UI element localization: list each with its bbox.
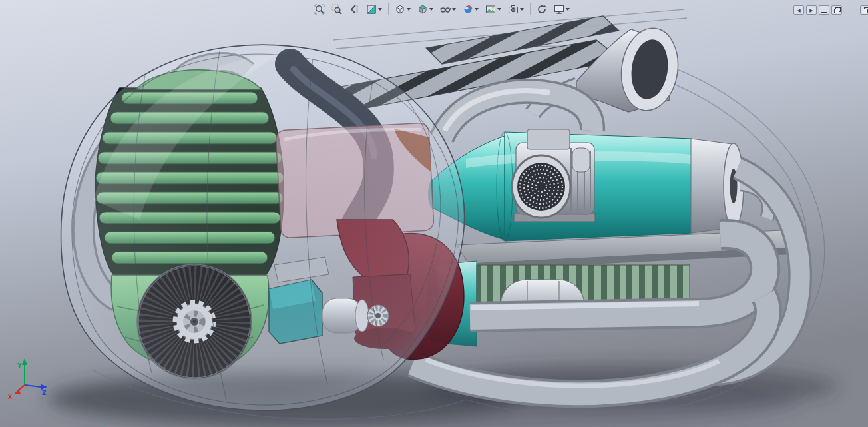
zoom-to-fit-button[interactable] — [312, 1, 327, 17]
z-axis-label: Z — [42, 390, 47, 396]
hide-show-items-button[interactable] — [437, 1, 459, 17]
restore-document-icon — [863, 7, 868, 13]
dropdown-arrow-icon — [475, 8, 479, 11]
rotate-view-icon — [537, 4, 547, 15]
apply-scene-icon — [485, 4, 496, 15]
electric-motor[interactable] — [512, 129, 595, 222]
full-screen-button[interactable] — [551, 1, 572, 17]
collapse-pane-left-icon: ◀ — [797, 8, 800, 13]
previous-view-button[interactable] — [346, 1, 362, 17]
zoom-to-fit-icon — [314, 4, 325, 15]
minimize-window-button[interactable] — [819, 5, 829, 15]
section-view-button[interactable] — [363, 1, 385, 17]
toolbar-separator — [388, 3, 389, 15]
restore-document-button[interactable] — [860, 5, 868, 15]
solidworks-viewport[interactable]: Y Z X ◀▶ — [0, 0, 868, 427]
x-axis-label: X — [8, 394, 13, 400]
dropdown-arrow-icon — [378, 8, 382, 11]
restore-window-button[interactable] — [831, 5, 842, 15]
heads-up-view-toolbar — [312, 1, 572, 17]
turbine-duct[interactable] — [428, 132, 769, 241]
view-orientation-button[interactable] — [392, 1, 413, 17]
zoom-to-area-button[interactable] — [329, 1, 345, 17]
window-controls: ◀▶ — [793, 5, 868, 15]
display-style-icon — [417, 4, 428, 15]
toolbar-separator — [530, 3, 531, 15]
dropdown-arrow-icon — [566, 8, 570, 11]
apply-scene-button[interactable] — [483, 1, 504, 17]
dropdown-arrow-icon — [497, 8, 501, 11]
dropdown-arrow-icon — [429, 8, 433, 11]
view-settings-icon — [508, 4, 519, 15]
hide-show-items-icon — [440, 4, 451, 15]
rotate-view-button[interactable] — [534, 1, 550, 17]
full-screen-icon — [554, 4, 564, 15]
collapse-pane-left-button[interactable]: ◀ — [793, 5, 804, 15]
display-style-button[interactable] — [415, 1, 436, 17]
dropdown-arrow-icon — [520, 8, 524, 11]
y-axis-label: Y — [17, 362, 22, 369]
view-orientation-icon — [395, 4, 405, 15]
section-view-icon — [366, 4, 377, 15]
edit-appearance-icon — [463, 4, 473, 15]
viewport-3d[interactable]: Y Z X — [0, 0, 868, 427]
collapse-pane-right-icon: ▶ — [809, 8, 813, 13]
edit-appearance-button[interactable] — [460, 1, 481, 17]
restore-window-icon — [834, 7, 840, 13]
view-settings-button[interactable] — [505, 1, 527, 17]
previous-view-icon — [349, 4, 359, 15]
zoom-to-area-icon — [331, 4, 342, 15]
dropdown-arrow-icon — [407, 8, 411, 11]
collapse-pane-right-button[interactable]: ▶ — [806, 5, 817, 15]
minimize-window-icon — [821, 12, 827, 13]
dropdown-arrow-icon — [452, 8, 456, 11]
outer-shell[interactable] — [61, 45, 465, 410]
